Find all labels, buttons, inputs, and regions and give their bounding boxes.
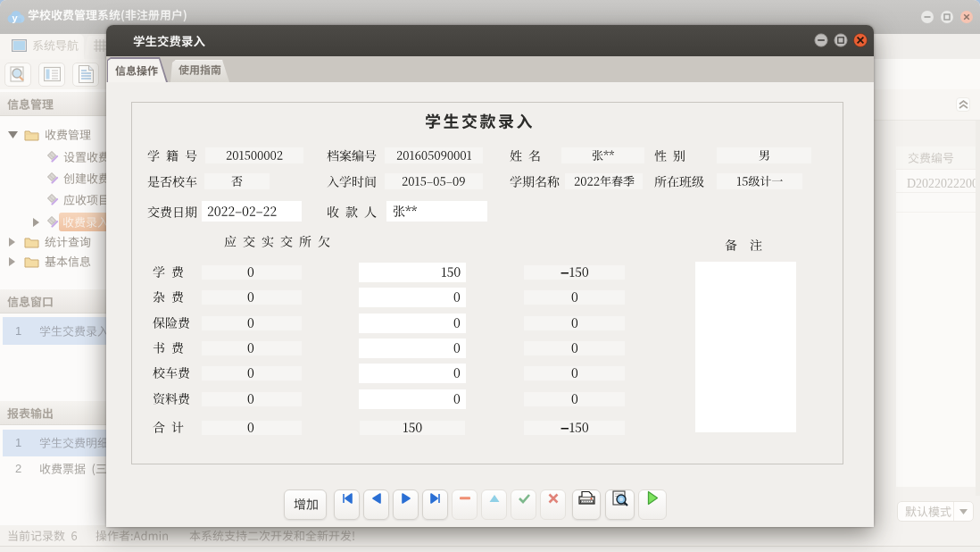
- svg-text:y: y: [12, 13, 19, 23]
